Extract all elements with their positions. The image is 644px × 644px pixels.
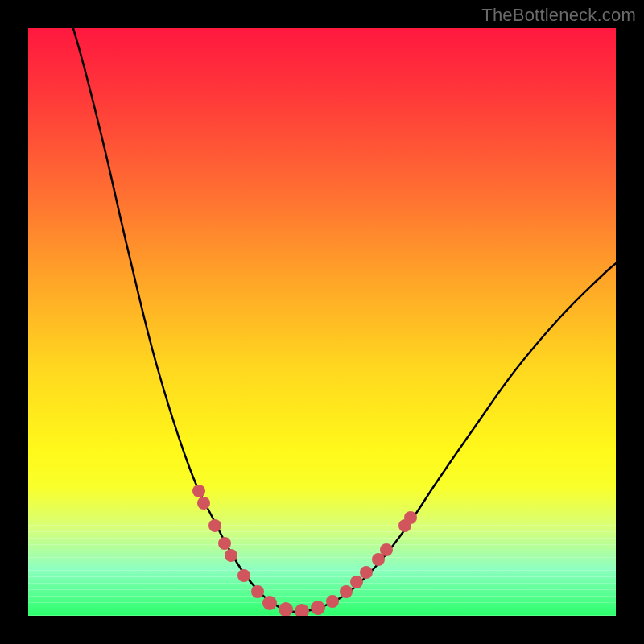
data-marker [218,537,231,550]
data-marker [340,585,353,598]
plot-area [28,28,616,616]
data-marker [311,601,325,615]
data-marker [295,604,309,616]
marker-group [192,485,417,616]
data-marker [380,543,393,556]
chart-frame: TheBottleneck.com [0,0,644,644]
left-curve [71,28,294,612]
data-marker [404,511,417,524]
data-marker [262,596,277,610]
data-marker [237,569,250,582]
data-marker [251,585,264,598]
right-curve [294,260,616,612]
watermark-text: TheBottleneck.com [481,5,636,26]
data-marker [279,602,293,616]
data-marker [326,595,339,608]
data-marker [192,485,205,497]
curve-layer [28,28,616,616]
data-marker [225,549,237,562]
data-marker [350,576,363,588]
data-marker [360,566,373,579]
data-marker [197,497,210,510]
data-marker [208,519,221,532]
